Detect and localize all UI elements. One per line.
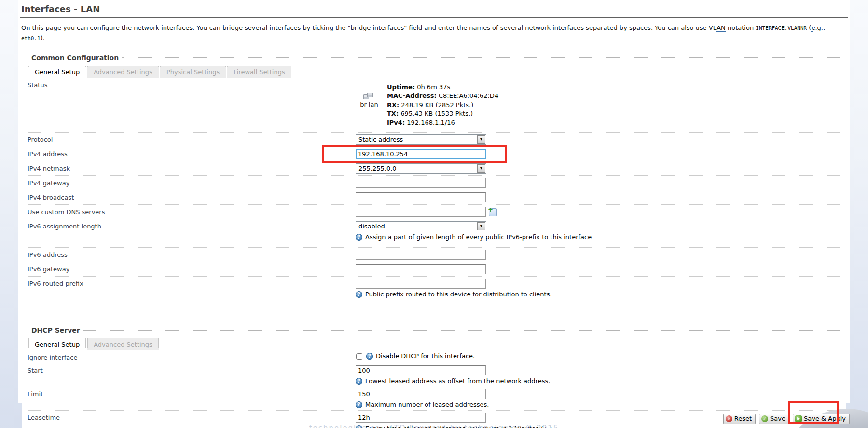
ipv4-gateway-row: IPv4 gateway [27,176,841,190]
interface-name: br-lan [356,101,383,108]
common-config-tabs: General Setup Advanced Settings Physical… [27,64,841,78]
ipv6-routed-prefix-help: ? Public prefix routed to this device fo… [356,291,840,298]
status-ipv4: IPv4: 192.168.1.1/16 [387,119,498,128]
ipv4-netmask-select[interactable]: 255.255.0.0 ▼ [356,163,486,174]
dhcp-limit-input[interactable] [356,389,486,399]
tab-firewall-settings[interactable]: Firewall Settings [227,66,291,78]
status-row: Status br-lan Uptime: 0h 6m 37s MAC-Addr… [27,78,841,133]
status-mac: MAC-Address: C8:EE:A6:04:62:D4 [387,92,498,101]
ipv6-gateway-input[interactable] [356,264,486,274]
custom-dns-input[interactable] [356,207,486,217]
ipv6-address-row: IPv6 address [27,248,841,262]
reset-button[interactable]: ✕ Reset [723,414,756,424]
dhcp-start-help: ? Lowest leased address as offset from t… [356,377,840,385]
dhcp-limit-row: Limit ? Maximum number of leased address… [27,387,841,411]
tab-advanced-settings[interactable]: Advanced Settings [87,66,159,78]
ipv4-broadcast-row: IPv4 broadcast [27,190,841,205]
dhcp-leasetime-label: Leasetime [28,413,356,421]
footer-text: technologies co., LTD Powered by technol… [309,424,559,428]
ipv6-assignment-row: IPv6 assignment length disabled ▼ ? Assi… [27,219,841,248]
ipv4-broadcast-input[interactable] [356,192,486,202]
ipv6-gateway-row: IPv6 gateway [27,262,841,277]
ipv6-assignment-help: ? Assign a part of given length of every… [356,233,840,241]
protocol-row: Protocol Static address ▼ [27,133,841,147]
save-icon: ✓ [761,415,768,422]
ignore-interface-row: Ignore interface ? Disable DHCP for this… [27,350,841,363]
protocol-select[interactable]: Static address ▼ [356,134,486,145]
dhcp-server-legend: DHCP Server [28,326,83,334]
help-icon: ? [356,234,362,241]
ipv4-address-row: IPv4 address [27,147,841,161]
protocol-label: Protocol [28,134,356,143]
main-content: Interfaces - LAN On this page you can co… [18,0,850,403]
custom-dns-label: Use custom DNS servers [28,207,356,215]
custom-dns-row: Use custom DNS servers + [27,205,841,219]
dhcp-start-label: Start [28,365,356,374]
status-uptime: Uptime: 0h 6m 37s [387,83,498,92]
help-icon: ? [366,353,373,360]
interface-badge: br-lan [356,83,383,128]
ipv6-gateway-label: IPv6 gateway [28,264,356,273]
ipv4-address-input[interactable] [356,149,486,159]
help-icon: ? [356,291,362,298]
status-rx: RX: 248.19 KB (2852 Pkts.) [387,101,498,110]
ipv4-netmask-label: IPv4 netmask [28,163,356,172]
reset-icon: ✕ [726,415,732,422]
ignore-interface-checkbox[interactable] [356,353,362,360]
ipv4-gateway-input[interactable] [356,178,486,188]
ipv6-address-input[interactable] [356,250,486,260]
status-details: Uptime: 0h 6m 37s MAC-Address: C8:EE:A6:… [387,83,498,128]
ipv6-assignment-label: IPv6 assignment length [28,221,356,230]
dropdown-arrow-icon[interactable]: ▼ [477,135,485,144]
dhcp-leasetime-input[interactable] [356,413,486,423]
tab-physical-settings[interactable]: Physical Settings [160,66,226,78]
save-apply-button[interactable]: ▶ Save & Apply [793,414,850,424]
interfaces-lan-page: { "page": { "title": "Interfaces - LAN",… [0,0,868,428]
page-title: Interfaces - LAN [20,4,848,18]
status-label: Status [28,80,356,89]
dhcp-tab-general-setup[interactable]: General Setup [28,338,86,350]
ignore-interface-help: Disable DHCP for this interface. [376,352,475,360]
common-configuration-section: Common Configuration General Setup Advan… [22,54,846,308]
ipv6-routed-prefix-label: IPv6 routed prefix [28,279,356,287]
dropdown-arrow-icon[interactable]: ▼ [477,164,485,173]
ipv6-address-label: IPv6 address [28,250,356,258]
dhcp-start-input[interactable] [356,365,486,375]
ipv6-assignment-select[interactable]: disabled ▼ [356,221,486,231]
help-icon: ? [356,378,362,385]
ignore-interface-label: Ignore interface [28,352,356,361]
add-dns-icon[interactable]: + [489,208,497,216]
dropdown-arrow-icon[interactable]: ▼ [477,222,485,230]
ipv4-gateway-label: IPv4 gateway [28,178,356,187]
form-actions: ✕ Reset ✓ Save ▶ Save & Apply [723,414,850,424]
ipv4-address-label: IPv4 address [28,149,356,158]
dhcp-start-row: Start ? Lowest leased address as offset … [27,363,841,387]
bridge-interface-icon [363,94,375,101]
help-icon: ? [356,401,362,408]
page-description: On this page you can configure the netwo… [21,23,848,43]
ipv4-netmask-row: IPv4 netmask 255.255.0.0 ▼ [27,161,841,176]
common-configuration-legend: Common Configuration [28,54,122,62]
vlan-abbr: VLAN [709,24,726,32]
tab-general-setup[interactable]: General Setup [28,66,86,78]
status-tx: TX: 695.43 KB (1533 Pkts.) [387,109,498,119]
ipv6-routed-prefix-row: IPv6 routed prefix ? Public prefix route… [27,277,841,302]
save-button[interactable]: ✓ Save [759,414,789,424]
dhcp-abbr: DHCP [401,352,419,360]
dhcp-tabs: General Setup Advanced Settings [27,336,841,350]
dhcp-limit-help: ? Maximum number of leased addresses. [356,401,840,408]
dhcp-limit-label: Limit [28,389,356,398]
ipv4-broadcast-label: IPv4 broadcast [28,192,356,201]
save-apply-icon: ▶ [795,415,802,422]
dhcp-server-section: DHCP Server General Setup Advanced Setti… [22,326,846,428]
eg-abbr: e.g. [811,24,823,32]
dhcp-tab-advanced-settings[interactable]: Advanced Settings [87,338,159,350]
ipv6-routed-prefix-input[interactable] [356,279,486,289]
